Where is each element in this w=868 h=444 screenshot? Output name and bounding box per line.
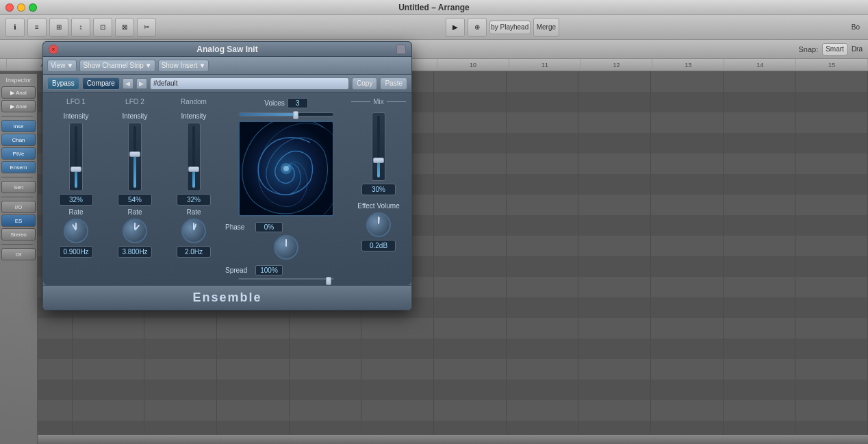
title-bar: Untitled – Arrange [0, 0, 868, 15]
track-col-8 [507, 71, 579, 434]
toolbar-icon-4[interactable]: ⊡ [93, 18, 112, 37]
random-label: Random [181, 98, 207, 106]
toolbar-icon-3[interactable]: ↕ [71, 18, 90, 37]
close-icon: × [51, 46, 55, 53]
nav-left-icon: ◀ [125, 80, 130, 87]
close-button[interactable] [5, 3, 14, 12]
random-section: Random Intensity 32% Rate 2.0Hz [166, 98, 221, 280]
voices-row: Voices 3 [225, 98, 347, 108]
toolbar-icon-play[interactable]: ▶ [446, 18, 465, 37]
mix-fader-thumb[interactable] [373, 158, 384, 163]
bottom-scrollbar[interactable] [0, 434, 868, 444]
plugin-title: Analog Saw Init [196, 45, 257, 54]
main-toolbar: ℹ ≡ ⊞ ↕ ⊡ ⊠ ✂ ▶ ⊕ by Playhead Merge Bo [0, 15, 868, 40]
sidebar-item-chan[interactable]: Chan [1, 134, 36, 146]
lfo1-rate-knob-container [64, 219, 88, 243]
sidebar-item-ptve[interactable]: PtVe [1, 147, 36, 160]
spiral-display [238, 121, 334, 217]
lfo2-fader-thumb[interactable] [129, 151, 140, 157]
sidebar-item-es[interactable]: ES [1, 214, 36, 227]
sidebar-item-io[interactable]: I/O [1, 201, 36, 213]
window-title: Untitled – Arrange [398, 3, 470, 12]
toolbar-icon-1[interactable]: ≡ [27, 18, 47, 37]
lfo2-rate-knob-container [123, 219, 147, 243]
spread-row: Spread 100% [225, 265, 347, 275]
bypass-button[interactable]: Bypass [47, 77, 79, 90]
bo-indicator: Bo [849, 23, 863, 31]
lfo2-rate-knob[interactable] [123, 219, 147, 243]
plugin-resize-button[interactable] [396, 45, 406, 54]
voices-slider-fill [239, 113, 296, 116]
channel-strip-label: Show Channel Strip [83, 62, 143, 69]
lfo2-header: LFO 2 [123, 98, 147, 106]
effect-volume-knob[interactable] [366, 212, 391, 237]
lfo1-rate-knob[interactable] [64, 219, 88, 243]
effect-volume-label: Effect Volume [357, 202, 400, 210]
plugin-toolbar: View ▼ Show Channel Strip ▼ Show Insert … [43, 57, 411, 75]
lfo2-intensity-label: Intensity [122, 112, 147, 120]
center-section: Voices 3 [225, 98, 347, 280]
sidebar-item-anal1[interactable]: ▶ Anal [1, 86, 36, 99]
voices-value: 3 [288, 98, 308, 108]
toolbar-icon-6[interactable]: ✂ [137, 18, 156, 37]
compare-button[interactable]: Compare [82, 77, 120, 90]
spread-slider[interactable] [238, 278, 334, 280]
sidebar-item-inse[interactable]: Inse [1, 120, 36, 132]
voices-slider-thumb[interactable] [293, 111, 298, 119]
spread-label: Spread [225, 267, 253, 274]
playhead-btn[interactable]: by Playhead [489, 21, 531, 34]
effect-volume-knob-container [366, 212, 391, 237]
voices-slider[interactable] [238, 112, 334, 116]
sidebar-item-stereo[interactable]: Stereo [1, 228, 36, 241]
controls-row: LFO 1 Intensity 32% Rate 0.900Hz [49, 98, 406, 280]
preset-dropdown[interactable]: #default [150, 77, 349, 90]
lfo1-header: LFO 1 [64, 98, 88, 106]
spread-slider-thumb[interactable] [326, 277, 331, 285]
random-rate-knob[interactable] [181, 219, 206, 243]
lfo1-intensity-value: 32% [59, 194, 93, 206]
sidebar-item-of[interactable]: Of [1, 248, 36, 260]
track-col-7 [434, 71, 507, 434]
toolbar-icon-merge[interactable]: ⊕ [468, 18, 487, 37]
random-rate-label: Rate [186, 208, 201, 216]
minimize-button[interactable] [17, 3, 25, 12]
toolbar-icon-info[interactable]: ℹ [5, 18, 25, 37]
channel-strip-btn[interactable]: Show Channel Strip ▼ [79, 60, 155, 72]
show-insert-btn[interactable]: Show Insert ▼ [158, 60, 209, 72]
toolbar-icon-2[interactable]: ⊞ [49, 18, 68, 37]
ruler-cell-11: 11 [509, 59, 581, 71]
lfo1-knob-indicator [72, 224, 77, 231]
plugin-view-btn[interactable]: View ▼ [47, 60, 77, 72]
maximize-button[interactable] [29, 3, 37, 12]
sidebar-divider4 [1, 244, 33, 245]
paste-button[interactable]: Paste [380, 77, 407, 90]
nav-right-button[interactable]: ▶ [136, 78, 147, 89]
copy-button[interactable]: Copy [352, 77, 377, 90]
sidebar-divider2 [1, 177, 33, 177]
sidebar-item-anal2[interactable]: ▶ Anal [1, 100, 36, 112]
snap-dropdown[interactable]: Smart [822, 43, 847, 56]
effect-volume-indicator [378, 217, 380, 224]
lfo2-intensity-value: 54% [118, 194, 152, 206]
spread-value: 100% [255, 265, 283, 275]
lfo1-rate-value: 0.900Hz [59, 246, 93, 258]
mix-line-left [351, 101, 370, 102]
mix-fader[interactable] [372, 112, 385, 181]
lfo2-intensity-fader[interactable] [128, 123, 142, 191]
sidebar-item-ensem[interactable]: Ensem [1, 161, 36, 173]
phase-knob-row [225, 235, 347, 260]
lfo1-intensity-fader[interactable] [69, 123, 83, 191]
lfo1-fader-thumb[interactable] [71, 166, 81, 172]
phase-knob[interactable] [274, 235, 298, 260]
sidebar-item-sen[interactable]: Sen [1, 181, 36, 193]
plugin-close-button[interactable]: × [49, 45, 58, 54]
view-label: View [51, 62, 66, 69]
random-intensity-fader[interactable] [187, 123, 201, 191]
plugin-footer: Ensemble [43, 285, 411, 310]
nav-left-button[interactable]: ◀ [123, 78, 133, 89]
toolbar-icon-5[interactable]: ⊠ [115, 18, 134, 37]
nav-right-icon: ▶ [139, 80, 144, 87]
merge-btn[interactable]: Merge [533, 18, 559, 37]
random-fader-thumb[interactable] [188, 166, 199, 172]
random-intensity-label: Intensity [181, 112, 206, 120]
